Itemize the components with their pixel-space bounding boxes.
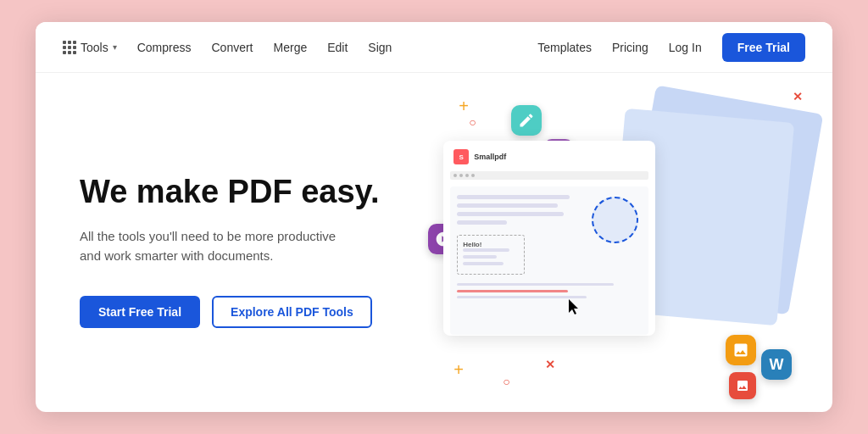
browser-window: Tools ▾ Compress Convert Merge Edit Sign…	[36, 22, 832, 412]
free-trial-button[interactable]: Free Trial	[722, 33, 805, 62]
explore-pdf-tools-button[interactable]: Explore All PDF Tools	[212, 296, 372, 328]
nav-left: Tools ▾ Compress Convert Merge Edit Sign	[63, 41, 392, 54]
nav-compress[interactable]: Compress	[137, 41, 192, 54]
cursor-icon	[569, 299, 581, 320]
hero-buttons: Start Free Trial Explore All PDF Tools	[80, 296, 384, 328]
plus-decoration-1: +	[459, 97, 469, 116]
hero-title: We make PDF easy.	[80, 174, 384, 211]
image-icon	[726, 335, 756, 365]
hero-section: We make PDF easy. All the tools you'll n…	[36, 73, 418, 412]
hello-text: Hello!	[463, 241, 519, 248]
text-line-1	[457, 195, 570, 199]
pdf-toolbar	[450, 171, 648, 180]
toolbar-dot-1	[453, 174, 457, 177]
illustration-area: + ✕ + ○ ✕ ○	[418, 73, 832, 412]
hello-line-3	[463, 262, 504, 265]
pdf-content: Hello!	[450, 186, 648, 335]
navbar: Tools ▾ Compress Convert Merge Edit Sign…	[36, 22, 832, 73]
signature-line	[457, 290, 568, 292]
tools-menu[interactable]: Tools ▾	[63, 41, 117, 54]
word-icon: W	[761, 349, 792, 380]
toolbar-dot-3	[465, 174, 469, 177]
toolbar-dot-4	[471, 174, 475, 177]
hello-line-1	[463, 248, 509, 252]
red-image-icon	[729, 372, 756, 399]
nav-templates[interactable]: Templates	[537, 41, 592, 54]
hero-subtitle: All the tools you'll need to be more pro…	[80, 227, 351, 265]
hello-block: Hello!	[457, 235, 525, 275]
text-line-4	[457, 220, 507, 225]
plus-decoration-2: +	[453, 360, 464, 380]
text-line-5	[457, 283, 614, 286]
bottom-text-area	[457, 283, 642, 298]
tools-grid-icon	[63, 41, 76, 54]
cross-decoration-1: ✕	[793, 90, 803, 103]
tools-chevron-icon: ▾	[113, 42, 117, 52]
start-free-trial-button[interactable]: Start Free Trial	[80, 296, 200, 328]
cross-decoration-2: ✕	[545, 358, 555, 371]
word-letter: W	[770, 356, 784, 374]
tools-label: Tools	[81, 41, 108, 54]
pdf-edit-icon	[511, 105, 542, 136]
pdf-card-header: S Smallpdf	[450, 147, 648, 166]
circle-decoration-1: ○	[469, 115, 476, 129]
main-content: We make PDF easy. All the tools you'll n…	[36, 73, 832, 412]
text-line-3	[457, 212, 564, 216]
pdf-app-icon: S	[453, 149, 469, 164]
hello-line-2	[463, 255, 497, 259]
circle-decoration-2: ○	[503, 375, 509, 388]
pdf-editor-card: S Smallpdf	[443, 141, 655, 336]
text-line-2	[457, 203, 557, 208]
nav-edit[interactable]: Edit	[327, 41, 348, 54]
toolbar-dot-2	[459, 174, 463, 177]
pdf-app-name: Smallpdf	[474, 153, 506, 161]
nav-pricing[interactable]: Pricing	[612, 41, 648, 54]
nav-merge[interactable]: Merge	[274, 41, 308, 54]
selection-circle	[592, 197, 638, 243]
nav-login[interactable]: Log In	[669, 41, 702, 54]
nav-sign[interactable]: Sign	[368, 41, 392, 54]
nav-right: Templates Pricing Log In Free Trial	[537, 33, 805, 62]
text-line-6	[457, 296, 587, 298]
nav-convert[interactable]: Convert	[211, 41, 253, 54]
